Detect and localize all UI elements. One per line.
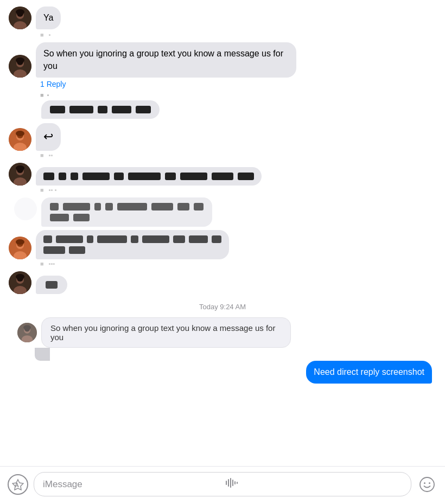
reply-thread-section: So when you ignoring a group text you kn…	[9, 317, 436, 384]
svg-point-4	[16, 9, 24, 15]
pale-block-container	[14, 197, 436, 227]
app-store-button[interactable]: A	[8, 474, 28, 495]
reply-curve	[35, 348, 50, 361]
svg-rect-37	[228, 479, 229, 487]
messages-area: Ya ■ ▪ So when you ignoring a group text…	[0, 0, 445, 466]
small-dots-3: ■ ▪▪ ▪	[40, 187, 436, 193]
quoted-avatar	[17, 323, 37, 342]
bubble-single-char: ↩	[36, 123, 61, 151]
message-row-sent: Need direct reply screenshot	[9, 361, 436, 384]
input-placeholder: iMessage	[43, 479, 220, 490]
message-row-dark-small	[9, 271, 436, 294]
bubble-sent: Need direct reply screenshot	[306, 361, 432, 384]
reply-indicator[interactable]: 1 Reply	[40, 80, 436, 88]
pale-redacted-bubble	[41, 197, 212, 227]
svg-point-19	[16, 165, 24, 171]
message-row-light1: ↩	[9, 123, 436, 151]
bubble-char-text: ↩	[43, 130, 53, 143]
svg-rect-41	[237, 482, 238, 484]
redacted-bubble-row	[14, 100, 436, 119]
avatar-sender6	[9, 271, 31, 294]
input-bar: A iMessage	[0, 466, 445, 504]
svg-point-43	[424, 482, 425, 484]
sent-message-text: Need direct reply screenshot	[314, 367, 424, 377]
emoji-button[interactable]	[417, 474, 437, 495]
avatar-sender2	[9, 55, 31, 78]
quoted-bubble: So when you ignoring a group text you kn…	[41, 317, 291, 348]
svg-point-14	[16, 131, 24, 136]
small-dots-2: ■ ▪▪	[40, 152, 436, 158]
svg-rect-39	[232, 480, 233, 486]
avatar-sender5	[9, 237, 31, 259]
small-dots-4: ■ ▪▪▪	[40, 260, 436, 267]
svg-rect-40	[234, 481, 236, 484]
svg-rect-38	[230, 478, 231, 488]
svg-rect-36	[226, 481, 227, 485]
chat-container: Ya ■ ▪ So when you ignoring a group text…	[0, 0, 445, 504]
message-row-grouptext: So when you ignoring a group text you kn…	[9, 42, 436, 78]
redacted-section-1: ■ ▪	[14, 92, 436, 119]
bubble-ya-text: Ya	[43, 13, 53, 22]
svg-point-34	[23, 325, 31, 330]
bubble-redacted-long	[36, 167, 262, 186]
avatar-sender3	[9, 128, 31, 151]
svg-text:A: A	[15, 482, 19, 488]
quoted-text: So when you ignoring a group text you kn…	[50, 323, 275, 342]
imessage-input-field[interactable]: iMessage	[34, 472, 411, 496]
message-row-ya: Ya	[9, 7, 436, 29]
bubble-dark-small	[36, 276, 67, 294]
audio-wave-icon[interactable]	[225, 477, 402, 491]
avatar-sender4	[9, 163, 31, 186]
quoted-row: So when you ignoring a group text you kn…	[17, 317, 291, 348]
avatar-sender1	[9, 7, 31, 29]
small-dots-1: ■ ▪	[40, 31, 436, 38]
bubble-light-small	[36, 230, 229, 259]
message-row-light2	[9, 230, 436, 259]
svg-point-44	[429, 482, 430, 484]
svg-point-9	[16, 58, 24, 63]
svg-point-24	[16, 239, 24, 245]
message-row-dark-long	[9, 163, 436, 186]
svg-point-29	[16, 274, 24, 279]
svg-point-42	[420, 477, 434, 492]
bubble-grouptext: So when you ignoring a group text you kn…	[36, 42, 296, 78]
timestamp-divider: Today 9:24 AM	[9, 303, 436, 311]
bubble-grouptext-text: So when you ignoring a group text you kn…	[43, 49, 283, 70]
redacted-bubble-1	[41, 100, 160, 119]
bubble-ya: Ya	[36, 7, 61, 29]
